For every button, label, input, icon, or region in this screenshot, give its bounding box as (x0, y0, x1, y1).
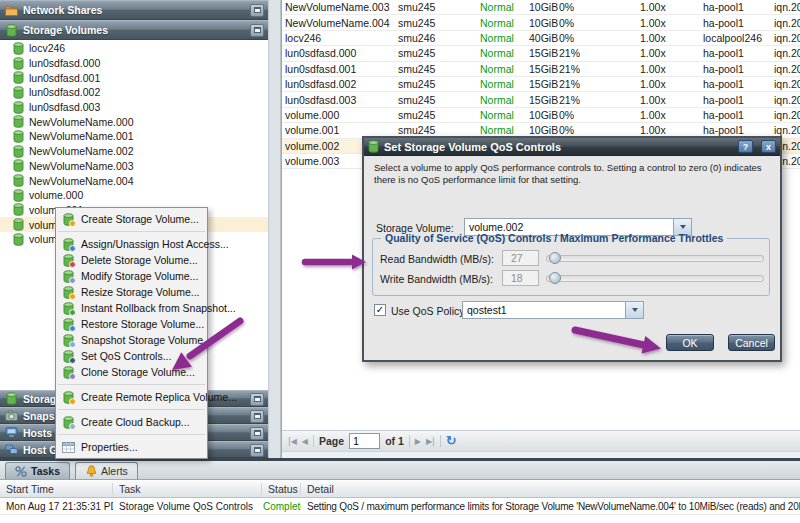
cell-appliance: smu245 (396, 109, 478, 121)
expand-panel-icon[interactable] (250, 444, 264, 457)
tree-item-lun0sdfasd.002[interactable]: lun0sdfasd.002 (0, 85, 268, 100)
cancel-button[interactable]: Cancel (728, 334, 775, 351)
menu-item-modify-storage-volume[interactable]: Modify Storage Volume... (56, 268, 207, 284)
menu-item-snapshot-storage-volume[interactable]: Snapshot Storage Volume... (56, 332, 207, 348)
volume-row-volume.000[interactable]: volume.000smu245Normal10GiB0%1.00xha-poo… (282, 108, 800, 123)
dialog-titlebar[interactable]: Set Storage Volume QoS Controls ? x (364, 138, 780, 156)
write-bandwidth-slider[interactable] (546, 275, 764, 282)
menu-item-clone-storage-volume[interactable]: Clone Storage Volume... (56, 364, 207, 380)
menu-item-delete-storage-volume[interactable]: Delete Storage Volume... (56, 252, 207, 268)
menu-item-create-cloud-backup[interactable]: Create Cloud Backup... (56, 414, 207, 430)
tab-label: Tasks (31, 465, 60, 477)
slider-thumb[interactable] (549, 252, 561, 264)
tree-item-lun0sdfasd.001[interactable]: lun0sdfasd.001 (0, 70, 268, 85)
menu-item-set-qos-controls[interactable]: Set QoS Controls... (56, 348, 207, 364)
tab-alerts[interactable]: Alerts (75, 462, 138, 479)
chevron-down-icon[interactable] (625, 302, 643, 318)
page-input[interactable] (349, 433, 380, 449)
expand-panel-icon[interactable] (250, 4, 264, 17)
cell-pool: ha-pool1 (701, 78, 772, 90)
rollback-icon (61, 301, 75, 315)
volume-row-NewVolumeName.004[interactable]: NewVolumeName.004smu245Normal10GiB0%1.00… (282, 15, 800, 30)
read-bandwidth-label: Read Bandwidth (MB/s): (380, 253, 494, 265)
app-window: Network Shares Storage Volumes locv246lu… (0, 0, 800, 523)
write-bandwidth-input[interactable]: 18 (502, 270, 539, 286)
expand-panel-icon[interactable] (250, 393, 264, 406)
qos-policy-select[interactable]: qostest1 (462, 301, 644, 319)
tree-item-NewVolumeName.002[interactable]: NewVolumeName.002 (0, 144, 268, 159)
tree-item-NewVolumeName.001[interactable]: NewVolumeName.001 (0, 129, 268, 144)
tree-item-label: locv246 (29, 42, 65, 54)
tree-item-NewVolumeName.004[interactable]: NewVolumeName.004 (0, 173, 268, 188)
delete-volume-icon (61, 253, 75, 267)
menu-item-assign-host-access[interactable]: Assign/Unassign Host Access... (56, 236, 207, 252)
storage-icon (4, 392, 18, 406)
cell-state: Normal (478, 32, 527, 44)
tree-item-label: NewVolumeName.004 (29, 175, 133, 187)
refresh-icon[interactable]: ↻ (446, 436, 457, 446)
slider-thumb[interactable] (549, 272, 561, 284)
cell-state: Normal (478, 17, 527, 29)
close-icon[interactable]: x (761, 140, 776, 153)
pager-toolbar: |◀ ◀ Page of 1 ▶ ▶| ↻ (282, 430, 800, 452)
cell-ratio: 1.00x (638, 32, 701, 44)
volume-row-lun0sdfasd.000[interactable]: lun0sdfasd.000smu245Normal15GiB21%1.00xh… (282, 46, 800, 61)
panel-storage-volumes[interactable]: Storage Volumes (0, 20, 268, 40)
tree-item-NewVolumeName.003[interactable]: NewVolumeName.003 (0, 159, 268, 174)
help-icon[interactable]: ? (738, 140, 753, 153)
column-start-time[interactable]: Start Time (0, 483, 113, 495)
prev-page-icon[interactable]: ◀ (302, 437, 308, 446)
tree-item-lun0sdfasd.003[interactable]: lun0sdfasd.003 (0, 100, 268, 115)
tree-item-volume.000[interactable]: volume.000 (0, 188, 268, 203)
task-row[interactable]: Mon Aug 17 21:35:31 PDT 2... Storage Vol… (0, 498, 800, 515)
cell-name: lun0sdfasd.003 (282, 94, 396, 106)
last-page-icon[interactable]: ▶| (426, 437, 435, 446)
column-detail[interactable]: Detail (301, 483, 800, 495)
tab-tasks[interactable]: Tasks (5, 462, 70, 479)
menu-item-create-storage-volume[interactable]: Create Storage Volume... (56, 211, 207, 227)
volume-row-NewVolumeName.003[interactable]: NewVolumeName.003smu245Normal10GiB0%1.00… (282, 0, 800, 15)
cell-appliance: smu245 (396, 94, 478, 106)
panel-network-shares[interactable]: Network Shares (0, 0, 268, 20)
tree-item-label: lun0sdfasd.000 (29, 57, 100, 69)
expand-panel-icon[interactable] (250, 410, 264, 423)
column-task[interactable]: Task (113, 483, 262, 495)
volume-icon (13, 159, 24, 172)
tree-item-locv246[interactable]: locv246 (0, 41, 268, 56)
menu-item-create-remote-replica[interactable]: Create Remote Replica Volume... (56, 389, 207, 405)
cell-name: volume.001 (282, 124, 396, 136)
menu-separator (58, 409, 205, 410)
cell-ratio: 1.00x (638, 1, 701, 13)
menu-item-resize-storage-volume[interactable]: Resize Storage Volume... (56, 284, 207, 300)
ok-button[interactable]: OK (666, 334, 714, 351)
volume-row-lun0sdfasd.001[interactable]: lun0sdfasd.001smu245Normal15GiB21%1.00xh… (282, 62, 800, 77)
cell-state: Normal (478, 78, 527, 90)
tree-item-lun0sdfasd.000[interactable]: lun0sdfasd.000 (0, 56, 268, 71)
snapshots-icon (4, 409, 18, 423)
menu-item-properties[interactable]: Properties... (56, 439, 207, 455)
volume-row-locv246[interactable]: locv246smu246Normal40GiB0%1.00xlocalpool… (282, 31, 800, 46)
splitter[interactable] (268, 0, 281, 458)
cell-pool: ha-pool1 (701, 47, 772, 59)
cell-iqn: iqn.2009 (772, 109, 800, 121)
menu-item-restore-storage-volume[interactable]: Restore Storage Volume... (56, 316, 207, 332)
cell-iqn: iqn.2009 (772, 1, 800, 13)
cell-iqn: iqn.2009 (772, 94, 800, 106)
tree-item-NewVolumeName.000[interactable]: NewVolumeName.000 (0, 114, 268, 129)
first-page-icon[interactable]: |◀ (288, 437, 297, 446)
volume-row-lun0sdfasd.003[interactable]: lun0sdfasd.003smu245Normal15GiB21%1.00xh… (282, 92, 800, 107)
read-bandwidth-input[interactable]: 27 (502, 250, 539, 266)
menu-separator (58, 231, 205, 232)
next-page-icon[interactable]: ▶ (415, 437, 421, 446)
task-status: Completed (262, 501, 301, 512)
use-qos-policy-checkbox[interactable]: ✓ (374, 304, 386, 316)
menu-item-instant-rollback[interactable]: Instant Rollback from Snapshot... (56, 300, 207, 316)
read-bandwidth-slider[interactable] (546, 255, 764, 262)
tasks-header-row: Start Time Task Status Detail (0, 480, 800, 498)
menu-separator (58, 384, 205, 385)
column-status[interactable]: Status (262, 483, 301, 495)
collapse-panel-icon[interactable] (250, 24, 264, 37)
tasks-tabbar: Tasks Alerts (0, 461, 800, 480)
expand-panel-icon[interactable] (250, 427, 264, 440)
volume-row-lun0sdfasd.002[interactable]: lun0sdfasd.002smu245Normal15GiB21%1.00xh… (282, 77, 800, 92)
